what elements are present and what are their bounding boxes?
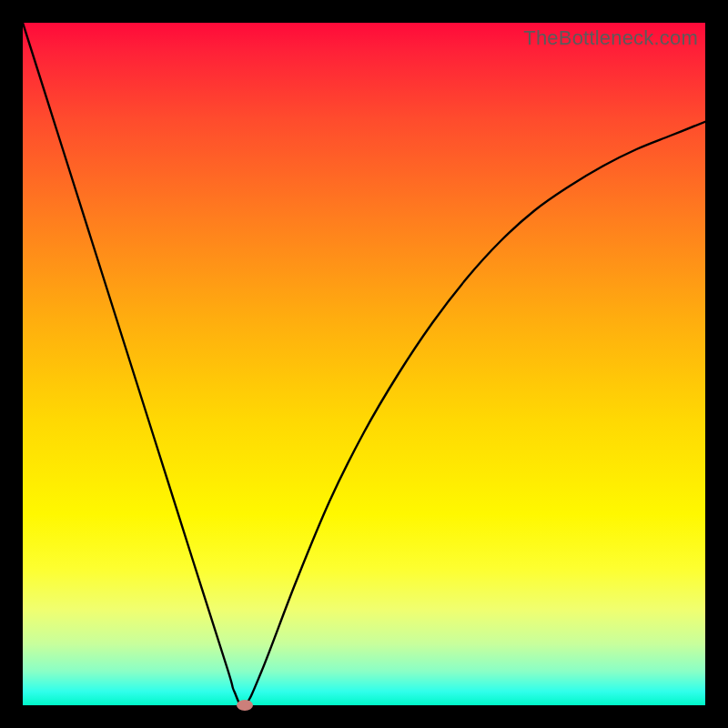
bottleneck-curve	[23, 23, 705, 705]
plot-area: TheBottleneck.com	[23, 23, 705, 705]
curve-svg	[23, 23, 705, 705]
watermark-text: TheBottleneck.com	[523, 26, 698, 50]
optimum-marker	[237, 700, 253, 711]
chart-container: TheBottleneck.com	[0, 0, 728, 728]
